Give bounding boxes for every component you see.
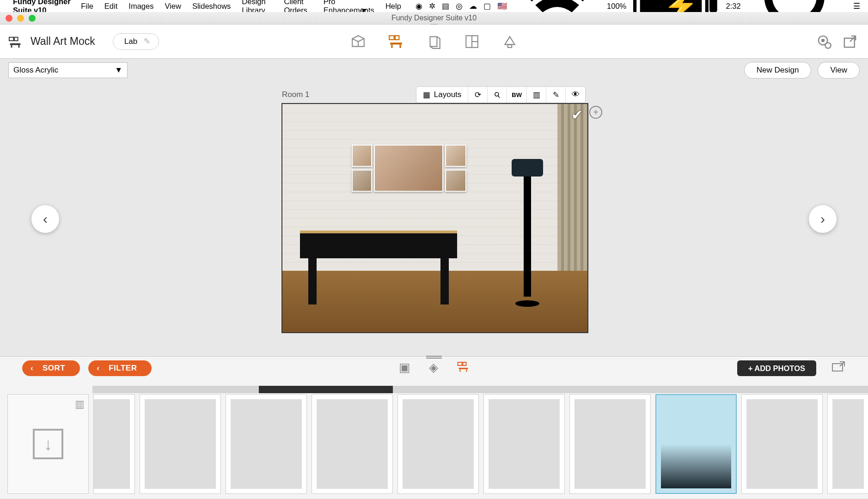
settings-icon[interactable] [816, 34, 832, 49]
present-icon[interactable] [831, 361, 846, 376]
frame-2[interactable] [352, 170, 372, 192]
edit-button[interactable]: ✎ [546, 87, 566, 103]
airplay-icon[interactable]: ▢ [483, 1, 491, 11]
thumb-scrollbar[interactable] [92, 386, 868, 393]
menu-help[interactable]: Help [385, 2, 401, 11]
menu-edit[interactable]: Edit [104, 2, 117, 11]
frame-4[interactable] [445, 145, 466, 167]
approved-check-icon[interactable]: ✔ [571, 107, 583, 123]
frame-5[interactable] [445, 170, 466, 192]
layouts-button[interactable]: ▦ Layouts [416, 87, 469, 103]
add-photos-button[interactable]: + ADD PHOTOS [737, 360, 816, 376]
room-thumb[interactable] [655, 394, 737, 494]
chevron-right-icon: › [820, 211, 825, 227]
workspace-header: Gloss Acrylic ▼ New Design View [0, 59, 868, 82]
status-icon-5[interactable]: ☁ [469, 1, 477, 11]
lab-label: Lab [124, 37, 137, 46]
material-dropdown[interactable]: Gloss Acrylic ▼ [8, 62, 128, 78]
room-thumb[interactable] [827, 394, 868, 494]
canvas-area: Room 1 ▦ Layouts ⟳ ⚲ BW ▥ ✎ 👁 + ✔ [0, 82, 868, 356]
svg-rect-25 [463, 362, 466, 365]
filter-button[interactable]: ‹ FILTER [88, 360, 152, 376]
status-icon-1[interactable]: ◉ [416, 1, 422, 11]
svg-rect-24 [458, 362, 462, 365]
module-wallart-icon[interactable] [388, 34, 404, 49]
frame-1[interactable] [352, 145, 372, 167]
pin-icon: ⚲ [492, 89, 502, 100]
module-name: Wall Art Mock [31, 35, 95, 48]
status-icon-3[interactable]: ▤ [442, 1, 449, 11]
svg-rect-8 [10, 43, 21, 45]
svg-rect-23 [844, 38, 855, 47]
svg-rect-12 [395, 36, 399, 40]
room-thumb[interactable] [226, 394, 307, 494]
menu-view[interactable]: View [165, 2, 181, 11]
room-thumb[interactable] [93, 394, 135, 494]
svg-rect-6 [9, 37, 13, 41]
menu-file[interactable]: File [81, 2, 93, 11]
svg-rect-13 [390, 43, 402, 44]
import-drop-slot[interactable]: ▥ [7, 394, 89, 494]
pin-button[interactable]: ⚲ [488, 87, 507, 103]
menu-images[interactable]: Images [128, 2, 153, 11]
prev-room-button[interactable]: ‹ [31, 205, 59, 233]
next-room-button[interactable]: › [809, 205, 837, 233]
room-lamp [509, 159, 546, 307]
control-center-icon[interactable]: ☰ [853, 1, 860, 11]
svg-rect-28 [466, 369, 467, 372]
layィers-tab-icon[interactable]: ◈ [429, 360, 438, 377]
stack-icon: ▥ [75, 398, 85, 410]
room-thumb[interactable] [140, 394, 221, 494]
mac-menubar: Fundy Designer Suite v10 File Edit Image… [0, 0, 868, 12]
images-tab-icon[interactable]: ▣ [399, 360, 410, 377]
window-minimize[interactable] [17, 15, 24, 22]
svg-rect-15 [399, 44, 401, 48]
window-titlebar: Fundy Designer Suite v10 [0, 12, 868, 24]
bw-button[interactable]: BW [507, 87, 527, 103]
scrollbar-thumb[interactable] [259, 386, 393, 393]
chevron-left-icon: ‹ [97, 364, 99, 373]
battery-percent[interactable]: 100% [607, 2, 626, 11]
svg-rect-2 [709, 0, 717, 12]
module-album-icon[interactable] [350, 34, 366, 49]
frame-3[interactable] [374, 145, 443, 192]
window-zoom[interactable] [29, 15, 36, 22]
module-icon [8, 35, 22, 49]
room-thumb[interactable] [483, 394, 565, 494]
view-button[interactable]: View [818, 62, 860, 79]
room-preview[interactable]: ✔ [281, 103, 588, 333]
room-piano [300, 231, 457, 304]
svg-point-22 [825, 43, 831, 48]
window-close[interactable] [6, 15, 12, 22]
input-source-icon[interactable]: 🇺🇸 [497, 1, 507, 11]
svg-rect-27 [460, 369, 461, 372]
add-room-button[interactable]: + [589, 106, 602, 119]
module-collage-icon[interactable] [464, 34, 480, 49]
wall-art-cluster[interactable] [352, 145, 468, 196]
lab-selector[interactable]: Lab ✎ [113, 33, 159, 50]
room-thumb[interactable] [312, 394, 393, 494]
module-cards-icon[interactable] [426, 34, 442, 49]
sort-button[interactable]: ‹ SORT [22, 360, 80, 376]
svg-rect-9 [11, 45, 12, 48]
export-icon[interactable] [842, 34, 858, 49]
material-value: Gloss Acrylic [13, 66, 58, 75]
ruler-icon: ▥ [533, 90, 540, 100]
room-thumb[interactable] [569, 394, 651, 494]
measure-button[interactable]: ▥ [527, 87, 546, 103]
preview-button[interactable]: 👁 [566, 87, 585, 103]
bw-label: BW [512, 91, 522, 98]
layouts-label: Layouts [434, 90, 462, 99]
room-toolbar: ▦ Layouts ⟳ ⚲ BW ▥ ✎ 👁 [416, 86, 586, 103]
menu-slideshows[interactable]: Slideshows [192, 2, 231, 11]
status-icon-4[interactable]: ◎ [456, 1, 463, 11]
module-ips-icon[interactable] [502, 34, 518, 49]
rooms-tab-icon[interactable] [457, 360, 470, 377]
room-thumb[interactable] [397, 394, 479, 494]
new-design-button[interactable]: New Design [744, 62, 812, 79]
main-toolbar: Wall Art Mock Lab ✎ [0, 24, 868, 59]
rotate-button[interactable]: ⟳ [468, 87, 488, 103]
room-thumbnails: ▥ [7, 393, 868, 495]
room-thumb[interactable] [741, 394, 823, 494]
status-icon-2[interactable]: ✲ [429, 1, 435, 11]
